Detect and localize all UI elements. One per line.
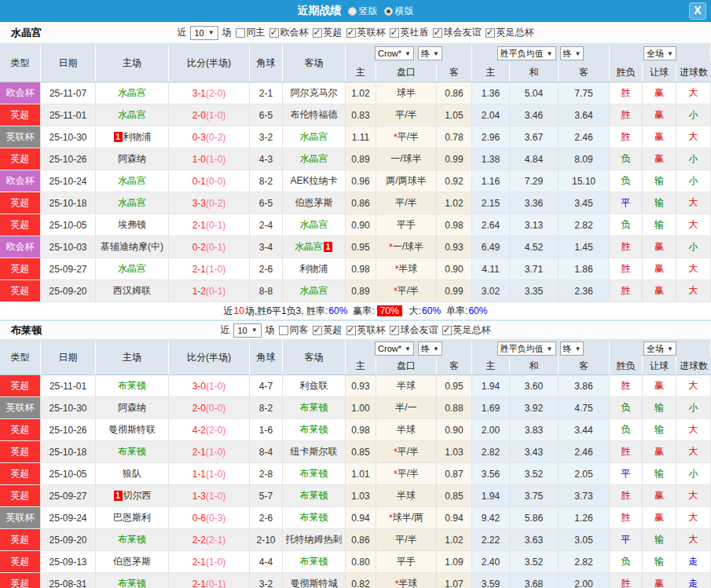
mean-home-odds: 3.59: [472, 573, 510, 588]
full-score: 0-3: [192, 132, 206, 143]
col-type: 类型: [0, 340, 41, 374]
full-score: 2-1: [192, 264, 206, 275]
table-row: 英超 25-08-31 布莱顿 2-1(0-1) 3-2 曼彻斯特城 0.82 …: [0, 573, 711, 588]
league-type-badge: 英超: [0, 529, 40, 550]
result-wl: 负: [610, 148, 643, 170]
away-team-name: AEK拉纳卡: [290, 174, 337, 188]
full-score: 1-1: [192, 469, 206, 480]
league-filter-label: 英社盾: [401, 26, 429, 39]
result-wl: 平: [610, 529, 643, 550]
mean-draw-odds: 7.29: [510, 170, 559, 192]
home-odds: 1.02: [346, 82, 376, 104]
layout-radio-horizontal[interactable]: 横版: [384, 5, 414, 18]
handicap-value: 半球: [397, 423, 416, 436]
league-type-badge: 英超: [0, 214, 40, 236]
league-filter-checkbox[interactable]: [313, 28, 322, 38]
mean-draw-odds: 3.68: [510, 573, 559, 588]
col-result: 胜负: [610, 357, 643, 374]
mean-home-odds: 3.02: [472, 280, 510, 301]
col-mean-guest: 客: [559, 357, 610, 374]
score-cell: 3-0(1-0): [169, 375, 250, 396]
result-handicap: 赢: [643, 148, 676, 170]
same-venue-filter[interactable]: 同客: [279, 323, 309, 337]
same-venue-filter[interactable]: 同主: [236, 26, 266, 39]
away-team: 布伦特福德: [283, 104, 346, 126]
corner-score: 2-6: [250, 258, 283, 279]
league-filter-label: 英联杯: [357, 26, 386, 39]
chevron-down-icon: ▼: [251, 327, 258, 334]
away-team-name: 阿尔克马尔: [291, 86, 338, 100]
league-filter[interactable]: 英超: [313, 323, 343, 337]
league-filter[interactable]: 英足总杯: [442, 323, 491, 337]
mean-home-odds: 4.11: [472, 258, 510, 279]
close-icon[interactable]: X: [689, 2, 706, 20]
table-row: 英联杯 25-10-30 1利物浦 0-3(0-2) 3-2 水晶宫 1.11 …: [0, 126, 711, 148]
radio-icon[interactable]: [348, 7, 357, 16]
final-select[interactable]: 终▼: [418, 341, 442, 356]
handicap-value: 半球: [398, 577, 417, 588]
same-venue-checkbox[interactable]: [279, 326, 288, 335]
mean-away-odds: 1.45: [559, 236, 610, 257]
away-odds: 0.90: [437, 258, 472, 279]
odds-source-select[interactable]: Crow*▼: [375, 46, 414, 60]
mean-odds-select[interactable]: 胜平负均值▼: [497, 341, 556, 356]
home-team-name: 水晶宫: [118, 108, 146, 122]
league-filter-checkbox[interactable]: [269, 28, 279, 38]
table-header: 类型 日期 主场 比分(半场) 角球 客场 Crow*▼ 终▼ 主 盘口 客 胜…: [0, 44, 711, 82]
home-team-name: 布莱顿: [118, 533, 146, 546]
away-odds: 1.02: [437, 192, 472, 214]
scope-select[interactable]: 全场▼: [643, 46, 676, 60]
table-row: 英超 25-11-01 布莱顿 3-0(1-0) 4-7 利兹联 0.93 半球…: [0, 375, 711, 397]
league-filter[interactable]: 英联杯: [346, 26, 386, 39]
col-type: 类型: [0, 44, 41, 82]
league-type-badge: 英超: [0, 463, 40, 484]
league-filter[interactable]: 英足总杯: [486, 26, 534, 39]
result-handicap: 赢: [643, 82, 676, 104]
final-select[interactable]: 终▼: [418, 46, 442, 60]
away-team-name: 曼彻斯特城: [291, 577, 338, 588]
chevron-down-icon: ▼: [433, 50, 439, 57]
league-filter-checkbox[interactable]: [313, 326, 322, 335]
same-venue-checkbox[interactable]: [236, 28, 245, 38]
league-filter-checkbox[interactable]: [346, 326, 356, 335]
league-filter-checkbox[interactable]: [390, 326, 399, 335]
league-filter-checkbox[interactable]: [433, 28, 442, 38]
corner-score: 8-4: [250, 441, 283, 462]
recent-count-select[interactable]: 10 ▼: [233, 323, 261, 338]
league-filter[interactable]: 英超: [313, 26, 343, 39]
league-filter-checkbox[interactable]: [346, 28, 356, 38]
odds-source-select[interactable]: Crow*▼: [375, 341, 414, 356]
away-odds: 0.87: [437, 463, 472, 484]
league-filter[interactable]: 欧会杯: [269, 26, 309, 39]
league-filter[interactable]: 球会友谊: [390, 323, 438, 337]
result-handicap: 赢: [643, 485, 676, 506]
league-filter-checkbox[interactable]: [442, 326, 452, 335]
league-filter-checkbox[interactable]: [486, 28, 495, 38]
result-wl: 胜: [610, 126, 643, 148]
table-row: 英超 25-09-27 1切尔西 1-3(1-0) 5-7 布莱顿 1.03 半…: [0, 485, 711, 507]
league-filter[interactable]: 英社盾: [390, 26, 429, 39]
final-select[interactable]: 终▼: [560, 46, 585, 60]
result-handicap: 赢: [643, 280, 676, 301]
layout-radio-vertical[interactable]: 竖版: [348, 5, 378, 18]
score-cell: 2-1(1-0): [169, 551, 250, 572]
league-filter-checkbox[interactable]: [390, 28, 399, 38]
recent-count-select[interactable]: 10 ▼: [190, 26, 218, 40]
final-select[interactable]: 终▼: [560, 341, 585, 356]
result-wl: 胜: [610, 280, 643, 301]
score-cell: 2-1(1-0): [169, 441, 250, 462]
table-row: 英超 25-09-20 布莱顿 2-2(2-1) 2-10 托特纳姆热刺 0.8…: [0, 529, 711, 551]
league-filter[interactable]: 英联杯: [346, 323, 386, 337]
full-score: 3-0: [192, 381, 206, 392]
handicap-cell: *球半/两: [376, 507, 437, 528]
league-filter[interactable]: 球会友谊: [433, 26, 482, 39]
home-team-name: 水晶宫: [118, 86, 146, 100]
mean-odds-select[interactable]: 胜平负均值▼: [497, 46, 556, 60]
away-odds: 0.93: [437, 236, 472, 257]
score-cell: 3-1(2-0): [169, 82, 250, 104]
scope-select[interactable]: 全场▼: [643, 341, 676, 356]
table-row: 英超 25-10-05 埃弗顿 2-1(0-1) 2-4 水晶宫 0.90 平手…: [0, 214, 711, 236]
home-odds: 0.83: [346, 104, 376, 126]
handicap-cell: 球半: [376, 82, 437, 104]
radio-icon[interactable]: [384, 7, 393, 16]
